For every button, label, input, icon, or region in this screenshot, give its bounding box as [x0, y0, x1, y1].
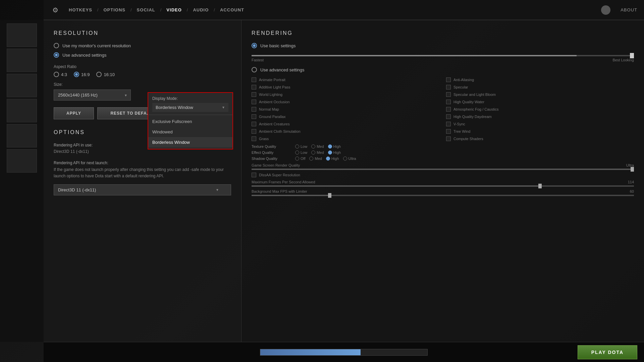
texture-med-radio[interactable]: [311, 144, 315, 148]
checkbox-ambient-creatures-input[interactable]: [252, 122, 256, 126]
quality-slider-thumb[interactable]: [630, 53, 634, 58]
sidebar-item-4[interactable]: [7, 99, 37, 122]
checkbox-atmospheric-fog-input[interactable]: [446, 107, 451, 112]
checkbox-high-quality-water[interactable]: High Quality Water: [446, 100, 634, 104]
checkbox-compute-shaders-input[interactable]: [446, 136, 451, 141]
checkbox-ambient-creatures[interactable]: Ambient Creatures: [252, 122, 439, 126]
dlss-option[interactable]: DlssAA Super Resolution: [252, 173, 634, 177]
display-option-borderless[interactable]: Borderless Window: [148, 137, 232, 147]
shadow-high-radio[interactable]: [326, 157, 330, 161]
checkbox-normal-map-input[interactable]: [252, 107, 256, 112]
texture-low-radio[interactable]: [295, 144, 299, 148]
checkbox-ground-parallax[interactable]: Ground Parallax: [252, 114, 439, 119]
effect-low-radio[interactable]: [295, 150, 299, 155]
checkbox-ambient-occlusion-input[interactable]: [252, 100, 256, 104]
checkbox-compute-shaders[interactable]: Compute Shaders: [446, 136, 634, 141]
checkbox-world-lighting-input[interactable]: [252, 92, 256, 97]
checkbox-vsync-input[interactable]: [446, 122, 451, 126]
effect-med-radio[interactable]: [311, 150, 315, 155]
effect-high-radio[interactable]: [328, 150, 332, 155]
checkbox-additive-light-input[interactable]: [252, 85, 256, 89]
api-dropdown[interactable]: Direct3D 11 (-dx11) ▼: [54, 184, 231, 195]
settings-icon[interactable]: ⚙: [50, 5, 60, 15]
game-screen-slider-thumb[interactable]: [631, 167, 634, 172]
size-dropdown[interactable]: 2560x1440 (165 Hz) ▼: [54, 89, 131, 101]
texture-low[interactable]: Low: [295, 144, 307, 148]
checkbox-specular[interactable]: Specular: [446, 85, 634, 89]
rendering-advanced-radio[interactable]: [252, 67, 257, 72]
play-dota-button[interactable]: PLAY DOTA: [578, 345, 637, 359]
checkbox-anti-aliasing-input[interactable]: [446, 77, 451, 82]
checkbox-grass-input[interactable]: [252, 136, 256, 141]
effect-high[interactable]: High: [328, 150, 341, 155]
dlss-checkbox[interactable]: [252, 173, 256, 177]
checkbox-ground-parallax-input[interactable]: [252, 114, 256, 119]
checkbox-tree-wind[interactable]: Tree Wind: [446, 129, 634, 134]
shadow-high[interactable]: High: [326, 157, 339, 161]
display-mode-current[interactable]: Borderless Window ▼: [152, 103, 228, 112]
nav-options[interactable]: OPTIONS: [100, 6, 129, 14]
shadow-ultra[interactable]: Ultra: [343, 157, 356, 161]
aspect-16-10-radio[interactable]: [96, 72, 102, 77]
quality-slider-track[interactable]: [252, 55, 634, 56]
checkbox-animate-portrait[interactable]: Animate Portrait: [252, 77, 439, 82]
texture-high[interactable]: High: [328, 144, 341, 148]
aspect-4-3-radio[interactable]: [54, 72, 59, 77]
checkbox-ambient-occlusion[interactable]: Ambient Occlusion: [252, 100, 439, 104]
nav-account[interactable]: ACCOUNT: [217, 6, 248, 14]
checkbox-atmospheric-fog[interactable]: Atmospheric Fog / Caustics: [446, 107, 634, 112]
aspect-4-3[interactable]: 4:3: [54, 72, 67, 77]
nav-audio[interactable]: AUDIO: [190, 6, 212, 14]
sidebar-item-1[interactable]: [7, 23, 37, 47]
effect-med[interactable]: Med: [311, 150, 324, 155]
checkbox-specular-bloom[interactable]: Specular and Light Bloom: [446, 92, 634, 97]
resolution-monitor-option[interactable]: Use my monitor's current resolution: [54, 43, 231, 48]
checkbox-high-quality-water-input[interactable]: [446, 100, 451, 104]
rendering-basic-option[interactable]: Use basic settings: [252, 43, 634, 48]
rendering-advanced-option[interactable]: Use advanced settings: [252, 67, 634, 72]
shadow-med[interactable]: Med: [309, 157, 322, 161]
checkbox-ambient-cloth[interactable]: Ambient Cloth Simulation: [252, 129, 439, 134]
aspect-16-9-radio[interactable]: [74, 72, 79, 77]
nav-hotkeys[interactable]: HOTKEYS: [65, 6, 96, 14]
shadow-med-radio[interactable]: [309, 157, 313, 161]
sidebar-item-2[interactable]: [7, 49, 37, 72]
apply-button[interactable]: APPLY: [54, 107, 94, 119]
checkbox-ambient-cloth-input[interactable]: [252, 129, 256, 134]
sidebar-item-6[interactable]: [7, 149, 37, 173]
shadow-off[interactable]: Off: [295, 157, 305, 161]
aspect-16-9[interactable]: 16:9: [74, 72, 90, 77]
nav-video[interactable]: VIDEO: [163, 6, 185, 14]
checkbox-specular-input[interactable]: [446, 85, 451, 89]
shadow-ultra-radio[interactable]: [343, 157, 347, 161]
max-fps-slider-thumb[interactable]: [538, 184, 542, 188]
checkbox-high-quality-daydream[interactable]: High Quality Daydream: [446, 114, 634, 119]
checkbox-tree-wind-input[interactable]: [446, 129, 451, 134]
resolution-advanced-option[interactable]: Use advanced settings: [54, 52, 231, 58]
checkbox-specular-bloom-input[interactable]: [446, 92, 451, 97]
checkbox-additive-light[interactable]: Additive Light Pass: [252, 85, 439, 89]
bg-fps-slider[interactable]: [252, 195, 634, 196]
bg-fps-slider-thumb[interactable]: [328, 193, 331, 198]
checkbox-vsync[interactable]: V-Sync: [446, 122, 634, 126]
shadow-off-radio[interactable]: [295, 157, 299, 161]
checkbox-normal-map[interactable]: Normal Map: [252, 107, 439, 112]
user-avatar[interactable]: [601, 5, 610, 15]
checkbox-anti-aliasing[interactable]: Anti-Aliasing: [446, 77, 634, 82]
game-screen-slider[interactable]: [252, 169, 634, 170]
checkbox-high-quality-daydream-input[interactable]: [446, 114, 451, 119]
display-option-fullscreen[interactable]: Exclusive Fullscreen: [148, 116, 232, 127]
checkbox-world-lighting[interactable]: World Lighting: [252, 92, 439, 97]
resolution-advanced-radio[interactable]: [54, 52, 59, 58]
sidebar-item-3[interactable]: [7, 74, 37, 97]
sidebar-item-5[interactable]: [7, 124, 37, 147]
resolution-monitor-radio[interactable]: [54, 43, 59, 48]
texture-med[interactable]: Med: [311, 144, 324, 148]
checkbox-grass[interactable]: Grass: [252, 136, 439, 141]
nav-about[interactable]: ABOUT: [621, 7, 637, 12]
rendering-basic-radio[interactable]: [252, 43, 257, 48]
display-option-windowed[interactable]: Windowed: [148, 127, 232, 137]
texture-high-radio[interactable]: [328, 144, 332, 148]
aspect-16-10[interactable]: 16:10: [96, 72, 115, 77]
checkbox-animate-portrait-input[interactable]: [252, 77, 256, 82]
